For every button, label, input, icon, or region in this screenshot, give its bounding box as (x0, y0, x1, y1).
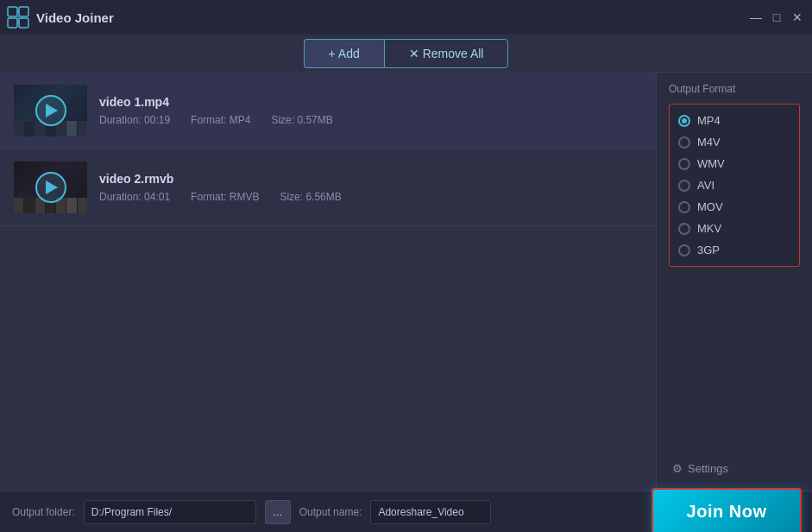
minimize-button[interactable]: — (748, 10, 764, 25)
duration-2: Duration: 04:01 (99, 191, 170, 203)
format-label-mov: MOV (697, 200, 723, 213)
file-item[interactable]: video 1.mp4 Duration: 00:19 Format: MP4 … (0, 73, 656, 149)
browse-button[interactable]: ... (265, 500, 291, 524)
radio-mp4[interactable] (678, 115, 690, 127)
format-label-wmv: WMV (697, 157, 725, 170)
name-label: Output name: (299, 506, 362, 518)
radio-mkv[interactable] (678, 223, 690, 235)
toolbar: + Add ✕ Remove All (0, 35, 812, 73)
join-now-button[interactable]: Join Now (651, 488, 802, 533)
format-list: MP4 M4V WMV AVI MOV MKV (669, 104, 800, 267)
format-item-wmv[interactable]: WMV (670, 153, 799, 174)
play-icon-2 (35, 172, 66, 203)
size-2: Size: 6.56MB (280, 191, 341, 203)
format-item-mp4[interactable]: MP4 (670, 110, 799, 131)
settings-button[interactable]: ⚙ Settings (669, 457, 800, 480)
format-item-avi[interactable]: AVI (670, 174, 799, 196)
bottom-bar: Output folder: ... Output name: Join Now (0, 491, 812, 532)
format-label-mp4: MP4 (697, 114, 721, 127)
app-icon (7, 6, 29, 28)
size-1: Size: 0.57MB (271, 114, 332, 126)
file-info-2: video 2.rmvb Duration: 04:01 Format: RMV… (99, 172, 642, 203)
file-item[interactable]: video 2.rmvb Duration: 04:01 Format: RMV… (0, 149, 656, 226)
file-info-1: video 1.mp4 Duration: 00:19 Format: MP4 … (99, 95, 642, 126)
format-label-3gp: 3GP (697, 244, 720, 256)
output-name-input[interactable] (370, 500, 491, 524)
main-content: video 1.mp4 Duration: 00:19 Format: MP4 … (0, 73, 812, 491)
play-icon-1 (35, 95, 66, 126)
folder-label: Output folder: (12, 506, 75, 518)
radio-3gp[interactable] (678, 244, 690, 256)
settings-label: Settings (688, 462, 728, 475)
right-panel: Output Format MP4 M4V WMV AVI (657, 73, 812, 491)
radio-m4v[interactable] (678, 136, 690, 149)
title-controls: — □ ✕ (748, 10, 805, 25)
thumbnail-2 (14, 162, 87, 213)
svg-rect-3 (19, 18, 28, 28)
svg-rect-1 (19, 7, 28, 16)
close-button[interactable]: ✕ (790, 10, 805, 25)
format-item-mov[interactable]: MOV (670, 196, 799, 218)
format-2: Format: RMVB (191, 191, 259, 203)
file-list[interactable]: video 1.mp4 Duration: 00:19 Format: MP4 … (0, 73, 657, 491)
svg-rect-2 (8, 18, 17, 28)
format-item-m4v[interactable]: M4V (670, 131, 799, 153)
file-meta-2: Duration: 04:01 Format: RMVB Size: 6.56M… (99, 191, 642, 203)
radio-wmv[interactable] (678, 158, 690, 170)
remove-all-button[interactable]: ✕ Remove All (384, 39, 509, 68)
format-label-avi: AVI (697, 179, 714, 192)
svg-rect-0 (8, 7, 17, 16)
file-name-2: video 2.rmvb (99, 172, 642, 186)
add-button[interactable]: + Add (304, 39, 384, 68)
format-item-3gp[interactable]: 3GP (670, 239, 799, 261)
radio-avi[interactable] (678, 180, 690, 192)
output-format-label: Output Format (669, 83, 800, 95)
thumbnail-1 (14, 85, 87, 136)
folder-input[interactable] (84, 500, 256, 524)
format-label-mkv: MKV (697, 222, 721, 235)
app-title: Video Joiner (36, 10, 114, 25)
file-name-1: video 1.mp4 (99, 95, 642, 109)
file-meta-1: Duration: 00:19 Format: MP4 Size: 0.57MB (99, 114, 642, 126)
duration-1: Duration: 00:19 (99, 114, 170, 126)
title-left: Video Joiner (7, 6, 114, 28)
format-label-m4v: M4V (697, 136, 721, 149)
format-item-mkv[interactable]: MKV (670, 218, 799, 239)
settings-icon: ⚙ (672, 462, 683, 475)
format-1: Format: MP4 (191, 114, 250, 126)
radio-mov[interactable] (678, 201, 690, 213)
maximize-button[interactable]: □ (769, 10, 784, 25)
title-bar: Video Joiner — □ ✕ (0, 0, 812, 35)
